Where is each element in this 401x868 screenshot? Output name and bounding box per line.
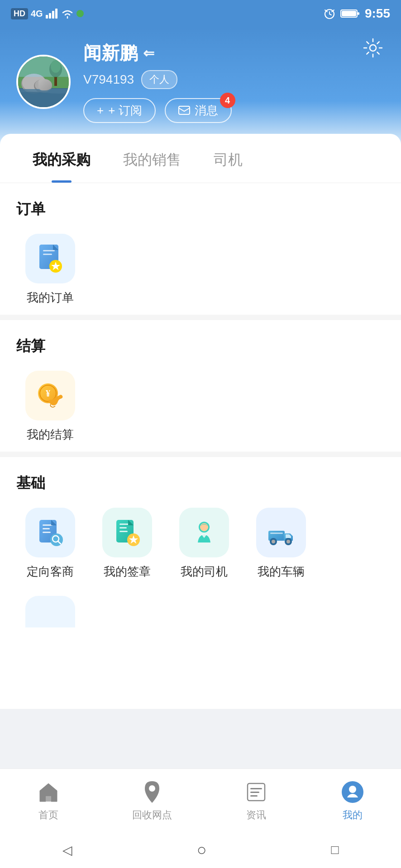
svg-rect-59: [250, 792, 259, 793]
svg-rect-36: [43, 528, 50, 529]
svg-rect-27: [43, 250, 55, 251]
sys-home-button[interactable]: ○: [179, 833, 225, 867]
basic-section-title: 基础: [16, 473, 385, 493]
action-row: + + 订阅 消息 4: [83, 98, 385, 123]
svg-rect-44: [119, 531, 128, 532]
status-right: 9:55: [323, 6, 390, 21]
home-icon: [37, 782, 60, 802]
basic-icon-grid: 定向客商: [16, 508, 385, 580]
svg-point-56: [149, 785, 155, 792]
news-nav-icon: [243, 779, 269, 805]
nav-news[interactable]: 资讯: [243, 779, 269, 822]
my-signature-label: 我的签章: [104, 564, 151, 580]
recent-icon: □: [331, 843, 339, 857]
svg-rect-35: [43, 524, 53, 526]
settlement-icon: ¥: [35, 381, 65, 410]
svg-point-62: [349, 786, 356, 793]
sys-back-button[interactable]: ◁: [44, 835, 91, 865]
directed-vendor-label: 定向客商: [27, 564, 74, 580]
system-nav-bar: ◁ ○ □: [0, 832, 401, 868]
svg-line-6: [329, 14, 331, 15]
nav-news-label: 资讯: [246, 808, 266, 822]
order-icon-grid: 我的订单: [16, 234, 385, 306]
my-vehicle-label: 我的车辆: [258, 564, 305, 580]
my-driver-label: 我的司机: [181, 564, 228, 580]
svg-rect-1: [49, 13, 51, 19]
settlement-section-title: 结算: [16, 336, 385, 356]
tab-sales[interactable]: 我的销售: [107, 134, 197, 183]
avatar[interactable]: [16, 55, 71, 109]
svg-rect-58: [250, 788, 262, 789]
my-settlement-item[interactable]: ¥ 我的结算: [16, 371, 84, 443]
tab-purchase-label: 我的采购: [33, 151, 91, 168]
recycle-nav-icon: [139, 779, 165, 805]
back-icon: ◁: [62, 843, 72, 857]
order-section: 订单: [0, 183, 401, 320]
edit-icon[interactable]: ⇐: [143, 45, 154, 61]
my-settlement-icon-bg: ¥: [25, 371, 75, 420]
mine-active-icon: [341, 780, 364, 804]
directed-vendor-icon: [36, 518, 65, 547]
settlement-section: 结算: [0, 320, 401, 457]
tab-purchase[interactable]: 我的采购: [16, 134, 107, 183]
message-badge: 4: [220, 93, 235, 108]
signature-icon: [113, 518, 142, 547]
network-label: 4G: [31, 9, 43, 19]
svg-rect-55: [46, 796, 51, 802]
orders-icon: [37, 244, 64, 274]
my-vehicle-icon-bg: [256, 508, 306, 557]
user-id: V794193: [83, 72, 134, 87]
message-label: 消息: [195, 103, 218, 118]
svg-rect-23: [18, 57, 71, 77]
profile-id-row: V794193 个人: [83, 70, 385, 89]
svg-text:¥: ¥: [46, 388, 50, 398]
wifi-icon: [61, 9, 74, 19]
directed-vendor-item[interactable]: 定向客商: [16, 508, 84, 580]
alarm-icon: [323, 7, 336, 20]
nav-recycle[interactable]: 回收网点: [132, 779, 172, 822]
message-button[interactable]: 消息 4: [165, 98, 232, 123]
dot-icon: [76, 10, 84, 17]
profile-row: 闻新鹏 ⇐ V794193 个人 + + 订阅 消息 4: [16, 41, 385, 123]
profile-header: 闻新鹏 ⇐ V794193 个人 + + 订阅 消息 4: [0, 27, 401, 150]
svg-rect-24: [179, 106, 190, 114]
tab-driver[interactable]: 司机: [197, 134, 259, 183]
svg-point-51: [272, 540, 275, 543]
my-vehicle-item[interactable]: 我的车辆: [247, 508, 315, 580]
my-signature-icon-bg: [102, 508, 152, 557]
order-section-title: 订单: [16, 199, 385, 219]
personal-badge: 个人: [141, 70, 177, 89]
svg-rect-0: [46, 15, 48, 19]
svg-rect-3: [55, 9, 57, 19]
partial-icon-item: [16, 596, 84, 627]
tab-sales-label: 我的销售: [123, 151, 181, 168]
time-display: 9:55: [365, 6, 390, 21]
home-nav-icon: [36, 779, 61, 805]
svg-rect-28: [43, 254, 52, 255]
partial-icon-row: [16, 596, 385, 627]
signal-icon: [46, 9, 58, 19]
my-signature-item[interactable]: 我的签章: [93, 508, 161, 580]
partial-icon-bg: [25, 596, 75, 627]
bottom-nav: 首页 回收网点 资讯: [0, 769, 401, 832]
svg-rect-2: [52, 11, 54, 19]
sys-recent-button[interactable]: □: [313, 835, 357, 864]
nav-recycle-label: 回收网点: [132, 808, 172, 822]
directed-vendor-icon-bg: [25, 508, 75, 557]
svg-rect-42: [119, 524, 129, 525]
my-orders-item[interactable]: 我的订单: [16, 234, 84, 306]
mine-nav-icon: [340, 779, 365, 805]
map-pin-icon: [142, 780, 162, 804]
my-driver-icon-bg: [179, 508, 229, 557]
tab-driver-label: 司机: [214, 151, 243, 168]
my-driver-item[interactable]: 我的司机: [170, 508, 238, 580]
profile-name-row: 闻新鹏 ⇐: [83, 41, 385, 66]
subscribe-button[interactable]: + + 订阅: [83, 98, 156, 123]
settings-button[interactable]: [361, 36, 385, 60]
subscribe-label: + 订阅: [108, 103, 142, 118]
main-card: 我的采购 我的销售 司机 订单: [0, 134, 401, 709]
nav-mine[interactable]: 我的: [340, 779, 365, 822]
svg-rect-43: [119, 527, 127, 528]
nav-home[interactable]: 首页: [36, 779, 61, 822]
settlement-icon-grid: ¥ 我的结算: [16, 371, 385, 443]
